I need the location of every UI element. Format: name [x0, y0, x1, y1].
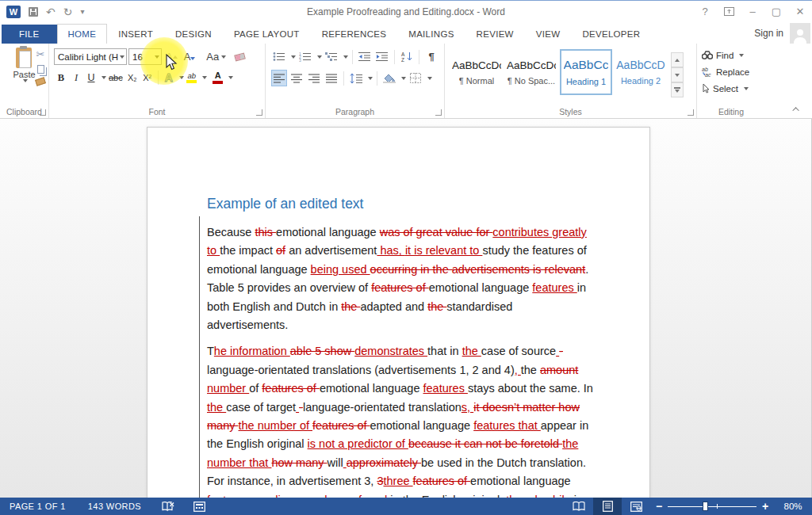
- chevron-down-icon[interactable]: [317, 55, 322, 59]
- shrink-font-button[interactable]: A: [182, 48, 198, 65]
- underline-button[interactable]: U: [84, 70, 98, 86]
- chevron-down-icon[interactable]: [120, 55, 124, 59]
- word-count[interactable]: 143 WORDS: [79, 502, 151, 511]
- chevron-down-icon[interactable]: [179, 76, 184, 79]
- tab-page-layout[interactable]: PAGE LAYOUT: [223, 24, 311, 44]
- cut-icon[interactable]: ✂: [36, 48, 45, 60]
- find-button[interactable]: Find: [702, 48, 764, 63]
- chevron-down-icon[interactable]: [155, 55, 159, 59]
- zoom-in-button[interactable]: +: [756, 500, 774, 513]
- collapse-ribbon-button[interactable]: [791, 105, 802, 113]
- web-layout-button[interactable]: [622, 498, 650, 515]
- grow-font-button[interactable]: A: [163, 48, 180, 65]
- zoom-slider[interactable]: [668, 498, 756, 515]
- sign-in-link[interactable]: Sign in: [754, 28, 783, 39]
- chevron-down-icon[interactable]: [401, 77, 406, 80]
- chevron-down-icon[interactable]: [202, 76, 207, 79]
- chevron-down-icon[interactable]: [291, 55, 296, 59]
- change-case-button[interactable]: Aa: [204, 48, 228, 65]
- shading-button[interactable]: [381, 70, 397, 86]
- tab-view[interactable]: VIEW: [525, 24, 572, 44]
- text-highlight-button[interactable]: ab: [185, 70, 199, 86]
- tab-design[interactable]: DESIGN: [164, 24, 223, 44]
- tab-review[interactable]: REVIEW: [465, 24, 525, 44]
- style-normal[interactable]: AaBbCcDc ¶ Normal: [450, 49, 503, 95]
- redo-icon[interactable]: ↻: [63, 6, 73, 17]
- zoom-slider-track[interactable]: [668, 506, 756, 507]
- bullets-button[interactable]: [271, 48, 287, 65]
- read-mode-button[interactable]: [565, 498, 593, 515]
- line-spacing-button[interactable]: [348, 70, 364, 86]
- style-heading-1[interactable]: AaBbCc Heading 1: [560, 49, 612, 95]
- zoom-percentage[interactable]: 80%: [774, 502, 812, 511]
- zoom-slider-thumb[interactable]: [703, 502, 708, 511]
- text-effects-button[interactable]: A: [162, 70, 176, 86]
- copy-icon[interactable]: [37, 65, 44, 74]
- proofing-errors-icon[interactable]: [154, 502, 182, 512]
- multilevel-list-button[interactable]: [324, 48, 339, 65]
- close-icon[interactable]: ✕: [788, 2, 812, 21]
- italic-button[interactable]: I: [69, 70, 83, 86]
- minimize-icon[interactable]: –: [741, 2, 764, 21]
- maximize-icon[interactable]: ▢: [764, 2, 788, 21]
- tab-home[interactable]: HOME: [57, 24, 108, 44]
- bold-button[interactable]: B: [54, 70, 68, 86]
- align-left-button[interactable]: [271, 70, 287, 86]
- font-dialog-launcher-icon[interactable]: [256, 109, 262, 116]
- numbering-button[interactable]: 123: [297, 48, 313, 65]
- tab-insert[interactable]: INSERT: [107, 24, 164, 44]
- macro-recording-icon[interactable]: [186, 502, 213, 512]
- sort-button[interactable]: AZ: [399, 48, 415, 65]
- decrease-indent-button[interactable]: [357, 48, 373, 65]
- zoom-out-button[interactable]: −: [650, 500, 668, 513]
- document-page[interactable]: Example of an edited text Because this e…: [147, 127, 650, 498]
- styles-scroll-down-button[interactable]: [671, 67, 684, 82]
- chevron-down-icon[interactable]: [368, 77, 373, 80]
- word-logo-icon[interactable]: W: [6, 6, 21, 18]
- tab-mailings[interactable]: MAILINGS: [397, 24, 465, 44]
- justify-button[interactable]: [324, 70, 339, 86]
- chevron-down-icon[interactable]: [427, 77, 432, 80]
- show-hide-formatting-button[interactable]: ¶: [423, 48, 439, 65]
- borders-button[interactable]: [408, 70, 423, 86]
- avatar[interactable]: [790, 23, 810, 44]
- paste-button[interactable]: Paste: [13, 48, 35, 82]
- increase-indent-button[interactable]: [374, 48, 390, 65]
- chevron-down-icon[interactable]: [343, 55, 348, 59]
- styles-gallery-expand-button[interactable]: [671, 82, 684, 97]
- styles-scroll-up-button[interactable]: [671, 52, 684, 67]
- document-heading[interactable]: Example of an edited text: [207, 196, 596, 212]
- undo-icon[interactable]: ↶: [46, 6, 56, 17]
- superscript-button[interactable]: X²: [140, 70, 155, 86]
- select-button[interactable]: Select: [702, 81, 764, 96]
- clipboard-dialog-launcher-icon[interactable]: [40, 109, 46, 116]
- paragraph-dialog-launcher-icon[interactable]: [435, 109, 442, 116]
- font-name-combo[interactable]: Calibri Light (H: [54, 48, 127, 65]
- align-center-button[interactable]: [289, 70, 304, 86]
- customize-qat-icon[interactable]: ▾: [80, 8, 84, 16]
- align-right-button[interactable]: [306, 70, 322, 86]
- tab-developer[interactable]: DEVELOPER: [571, 24, 651, 44]
- document-paragraph-1[interactable]: Because this emotional language was of g…: [207, 223, 596, 334]
- strikethrough-button[interactable]: abc: [107, 70, 124, 86]
- font-color-button[interactable]: A: [211, 70, 225, 86]
- clear-formatting-button[interactable]: [235, 54, 245, 60]
- save-icon[interactable]: [29, 7, 38, 17]
- page-indicator[interactable]: PAGE 1 OF 1: [0, 502, 75, 511]
- print-layout-button[interactable]: [593, 498, 622, 515]
- replace-button[interactable]: abac Replace: [702, 64, 764, 79]
- styles-dialog-launcher-icon[interactable]: [688, 109, 694, 116]
- chevron-down-icon[interactable]: [228, 76, 233, 79]
- style-no-spacing[interactable]: AaBbCcDc ¶ No Spac...: [505, 49, 557, 95]
- chevron-down-icon[interactable]: [102, 76, 106, 79]
- tab-file[interactable]: FILE: [2, 25, 57, 44]
- ribbon-display-options-icon[interactable]: [717, 2, 741, 21]
- font-size-combo[interactable]: 16: [128, 48, 162, 65]
- document-paragraph-2[interactable]: The information able 5 show demonstrates…: [207, 342, 596, 498]
- subscript-button[interactable]: X₂: [125, 70, 140, 86]
- document-area[interactable]: Example of an edited text Because this e…: [0, 119, 812, 498]
- help-icon[interactable]: ?: [693, 2, 717, 21]
- style-heading-2[interactable]: AaBbCcD Heading 2: [615, 49, 667, 95]
- format-painter-icon[interactable]: [35, 77, 46, 86]
- tab-references[interactable]: REFERENCES: [311, 24, 398, 44]
